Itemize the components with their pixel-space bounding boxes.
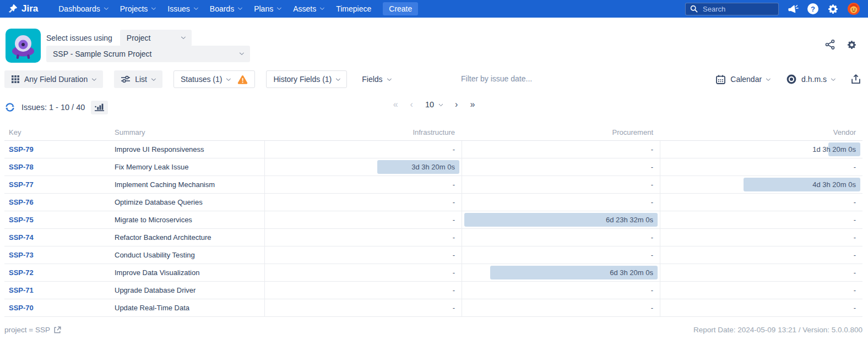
chevron-down-icon [240, 51, 244, 55]
fields-dropdown[interactable]: Fields [358, 70, 394, 88]
share-button[interactable] [825, 40, 835, 50]
report-settings-gear-icon[interactable] [847, 40, 857, 50]
duration-value: - [453, 268, 455, 277]
column-header-procurement[interactable]: Procurement [462, 128, 660, 136]
nav-item-projects[interactable]: Projects [114, 0, 162, 18]
export-button[interactable] [851, 74, 860, 84]
duration-value: - [651, 163, 653, 171]
duration-value: - [453, 216, 455, 224]
chevron-down-icon [151, 6, 156, 10]
vendor-duration-cell: - [660, 194, 862, 211]
table-row: SSP-77Implement Caching Mechanism--4d 3h… [4, 176, 862, 194]
page-size-value: 10 [425, 100, 434, 109]
history-fields-dropdown[interactable]: History Fields (1) [266, 70, 347, 88]
announcements-icon[interactable] [787, 4, 799, 14]
jira-mark-icon [7, 3, 18, 14]
duration-value: - [854, 268, 856, 277]
vendor-duration-cell: - [660, 211, 862, 228]
duration-value: - [651, 233, 653, 242]
issue-summary-cell: Fix Memory Leak Issue [115, 158, 264, 176]
create-button[interactable]: Create [383, 2, 418, 15]
nav-items: DashboardsProjectsIssuesBoardsPlansAsset… [52, 0, 377, 18]
next-page-button[interactable]: › [455, 100, 458, 109]
nav-item-boards[interactable]: Boards [204, 0, 248, 18]
issue-key-link[interactable]: SSP-70 [9, 304, 34, 312]
view-mode-label: List [135, 75, 147, 84]
view-mode-dropdown[interactable]: List [114, 70, 162, 88]
issue-key-link[interactable]: SSP-71 [9, 286, 34, 294]
settings-gear-icon[interactable] [827, 3, 839, 15]
duration-value: - [854, 304, 856, 312]
chart-view-button[interactable] [91, 101, 108, 114]
issues-count-text: Issues: 1 - 10 / 40 [21, 103, 85, 112]
duration-type-dropdown[interactable]: Any Field Duration [4, 70, 103, 88]
chevron-down-icon [277, 6, 281, 10]
chevron-down-icon [387, 76, 391, 81]
prev-page-button[interactable]: ‹ [410, 100, 413, 109]
issue-key-cell: SSP-70 [4, 299, 115, 316]
help-icon[interactable]: ? [807, 3, 819, 15]
issue-key-cell: SSP-78 [4, 158, 115, 176]
procurement-duration-cell: 6d 23h 32m 0s [462, 211, 660, 228]
column-header-key[interactable]: Key [4, 128, 115, 136]
nav-item-plans[interactable]: Plans [248, 0, 287, 18]
duration-value: 6d 23h 32m 0s [606, 216, 653, 224]
issue-key-link[interactable]: SSP-76 [9, 198, 34, 206]
page-size-select[interactable]: 10 [425, 100, 443, 109]
nav-item-dashboards[interactable]: Dashboards [52, 0, 114, 18]
infrastructure-duration-cell: - [264, 229, 462, 246]
brand-label: Jira [21, 3, 38, 14]
statuses-dropdown[interactable]: Statuses (1) [173, 70, 255, 88]
refresh-icon[interactable] [4, 102, 15, 113]
warning-icon [237, 75, 248, 84]
procurement-duration-cell: - [462, 282, 660, 299]
issue-key-cell: SSP-76 [4, 194, 115, 211]
top-navbar: Jira DashboardsProjectsIssuesBoardsPlans… [0, 0, 868, 18]
column-header-infrastructure[interactable]: Infrastructure [264, 128, 462, 136]
duration-format-dropdown[interactable]: d.h.m.s [786, 74, 835, 84]
pagination: « ‹ 10 › » [393, 100, 475, 109]
infrastructure-duration-cell: - [264, 141, 462, 158]
issue-key-cell: SSP-77 [4, 176, 115, 193]
nav-item-timepiece[interactable]: Timepiece [330, 0, 377, 18]
user-avatar[interactable] [847, 2, 860, 15]
duration-value: - [453, 198, 455, 206]
issue-key-link[interactable]: SSP-72 [9, 268, 34, 277]
search-input[interactable] [702, 4, 774, 14]
nav-item-label: Issues [167, 4, 189, 13]
issue-key-link[interactable]: SSP-79 [9, 145, 34, 153]
last-page-button[interactable]: » [470, 100, 475, 109]
project-value: SSP - Sample Scrum Project [53, 50, 151, 58]
calendar-dropdown[interactable]: Calendar [716, 75, 770, 84]
duration-value: - [854, 286, 856, 294]
project-dropdown[interactable]: SSP - Sample Scrum Project [46, 46, 250, 62]
nav-item-issues[interactable]: Issues [161, 0, 203, 18]
first-page-button[interactable]: « [393, 100, 398, 109]
duration-type-label: Any Field Duration [24, 75, 88, 84]
issue-key-link[interactable]: SSP-77 [9, 180, 34, 189]
column-header-vendor[interactable]: Vendor [660, 128, 862, 136]
issue-date-filter-input[interactable] [460, 74, 587, 84]
issue-key-link[interactable]: SSP-75 [9, 216, 34, 224]
calendar-label: Calendar [730, 75, 762, 84]
issue-summary-cell: Update Real-Time Data [115, 299, 264, 316]
global-search[interactable] [685, 3, 779, 15]
jira-logo[interactable]: Jira [7, 3, 38, 14]
duration-value: - [453, 251, 455, 259]
issues-bar: Issues: 1 - 10 / 40 « ‹ 10 › » [4, 100, 864, 117]
nav-item-assets[interactable]: Assets [287, 0, 330, 18]
duration-value: - [854, 251, 856, 259]
jql-filter-link[interactable]: project = SSP [4, 326, 61, 334]
duration-value: - [651, 286, 653, 294]
issue-key-link[interactable]: SSP-74 [9, 233, 34, 242]
issue-key-link[interactable]: SSP-73 [9, 251, 34, 259]
duration-value: - [854, 233, 856, 242]
chevron-down-icon [181, 35, 186, 39]
column-header-summary[interactable]: Summary [115, 128, 264, 136]
fields-label: Fields [362, 75, 382, 84]
report-footer: project = SSP Report Date: 2024-05-09 13… [4, 326, 862, 334]
source-mode-dropdown[interactable]: Project [120, 30, 192, 46]
duration-value: - [651, 251, 653, 259]
procurement-duration-cell: - [462, 229, 660, 246]
issue-key-link[interactable]: SSP-78 [9, 163, 34, 171]
